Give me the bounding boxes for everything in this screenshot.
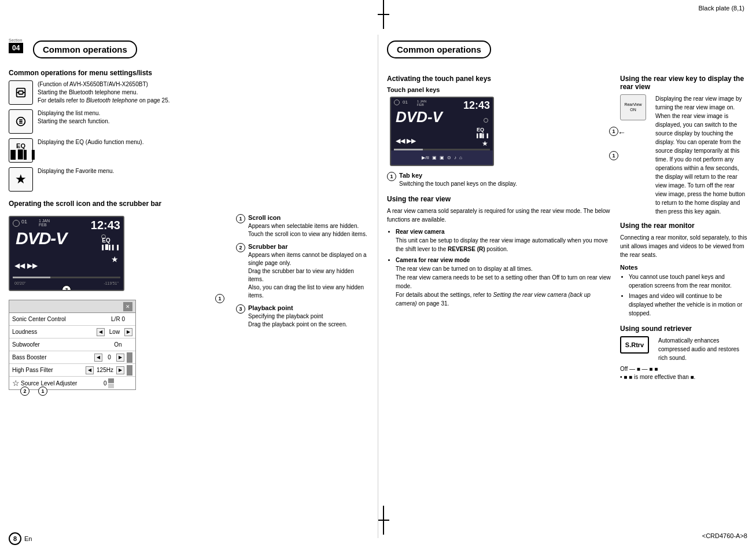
hpf-left-btn[interactable]: ◀ xyxy=(86,366,94,374)
circle-3: 3 xyxy=(236,304,245,314)
s-rtrv-box: S.Rtrv xyxy=(620,336,649,354)
item-1-title: Scroll icon xyxy=(248,214,369,221)
section-number: 04 xyxy=(9,43,23,53)
notes-section: Notes You cannot use touch panel keys an… xyxy=(620,264,747,318)
sound-retriever-text: Automatically enhances compressed audio … xyxy=(658,336,747,362)
circle-1: 1 xyxy=(236,214,245,223)
bluetooth-text: (Function of AVH-X5650BT/AVH-X2650BT) St… xyxy=(38,80,369,105)
settings-list-container: ✕ Sonic Center Control L/R 0 Loudness ◀ … xyxy=(9,300,230,390)
star-text: Displaying the Favorite menu. xyxy=(38,167,369,175)
touch-panel-heading: Activating the touch panel keys xyxy=(387,75,611,83)
product-code: <CRD4760-A>8 xyxy=(702,532,747,545)
rear-view-bullets: Rear view camera This unit can be setup … xyxy=(387,227,611,308)
circle-2: 2 xyxy=(236,243,245,252)
sound-retriever-heading: Using sound retriever xyxy=(620,325,747,333)
rear-monitor-text: Connecting a rear monitor, sold separate… xyxy=(620,233,747,259)
icon-row-bluetooth: (Function of AVH-X5650BT/AVH-X2650BT) St… xyxy=(9,80,369,105)
hpf-right-btn[interactable]: ▶ xyxy=(116,366,124,374)
page-lang: En xyxy=(24,535,32,542)
plate-text: Black plate (8,1) xyxy=(699,5,744,12)
settings-list: ✕ Sonic Center Control L/R 0 Loudness ◀ … xyxy=(9,300,136,390)
tab-key-circle: 1 xyxy=(387,172,396,181)
indicator-1-left: 1 xyxy=(38,387,47,396)
rear-monitor-heading: Using the rear monitor xyxy=(620,222,747,230)
sound-retriever-row: S.Rtrv Automatically enhances compressed… xyxy=(620,336,747,362)
item-2-title: Scrubber bar xyxy=(248,243,369,250)
tab-key-desc: Switching the touch panel keys on the di… xyxy=(399,180,611,188)
numbered-item-2: 2 Scrubber bar Appears when items cannot… xyxy=(236,243,369,300)
note-2: Images and video will continue to be dis… xyxy=(629,292,747,318)
bluetooth-icon xyxy=(9,80,33,105)
loudness-right-btn[interactable]: ▶ xyxy=(124,328,132,336)
touch-indicator-1-bottom: 1 xyxy=(609,151,618,160)
eq-text: Displaying the EQ (Audio function menu). xyxy=(38,138,369,146)
item-3-title: Playback point xyxy=(248,304,369,311)
eq-icon: EQ ▐▌▊▌▐ xyxy=(9,138,33,163)
icon-row-star: ★ Displaying the Favorite menu. xyxy=(9,167,369,192)
touch-indicator-1-top: 1 xyxy=(609,127,618,136)
page-footer: 8 En <CRD4760-A>8 xyxy=(0,532,756,545)
indicator-1-top: 1 xyxy=(215,294,224,303)
icon-row-eq: EQ ▐▌▊▌▐ Displaying the EQ (Audio functi… xyxy=(9,138,369,163)
item-3-desc: Specifying the playback pointDrag the pl… xyxy=(248,312,369,329)
touch-panel-sub: Touch panel keys xyxy=(387,86,611,93)
crosshair-top xyxy=(378,0,389,29)
rear-view-button[interactable]: RearViewON xyxy=(620,94,646,120)
sub-heading-2: Operating the scroll icon and the scrubb… xyxy=(9,200,369,208)
left-column: Section 04 Common operations Common oper… xyxy=(0,35,378,550)
right-section-title: Common operations xyxy=(397,45,481,54)
section-tiny-label: Section xyxy=(9,38,23,42)
svg-rect-1 xyxy=(19,91,23,94)
rear-view-key-text: Displaying the rear view image by turnin… xyxy=(655,94,747,216)
loudness-left-btn[interactable]: ◀ xyxy=(97,328,105,336)
tab-key-title: Tab key xyxy=(399,172,611,179)
rear-view-heading: Using the rear view xyxy=(387,195,611,203)
indicator-2: 2 xyxy=(20,387,29,396)
numbered-item-1: 1 Scroll icon Appears when selectable it… xyxy=(236,214,369,238)
bass-left-btn[interactable]: ◀ xyxy=(94,354,102,362)
notes-title: Notes xyxy=(620,264,747,271)
page-number: 8 xyxy=(9,532,21,545)
list-icon xyxy=(9,109,33,134)
off-line: Off — ■ — ■ ■ xyxy=(620,366,747,372)
star-icon: ★ xyxy=(9,167,33,192)
right-column: Common operations Activating the touch p… xyxy=(378,35,756,550)
rear-view-intro: A rear view camera sold separately is re… xyxy=(387,207,611,224)
bass-right-btn[interactable]: ▶ xyxy=(116,354,124,362)
note-1: You cannot use touch panel keys and oper… xyxy=(629,273,747,290)
list-text: Displaying the list menu. Starting the s… xyxy=(38,109,369,126)
rear-view-key-heading: Using the rear view key to display the r… xyxy=(620,75,747,91)
item-2-desc: Appears when items cannot be displayed o… xyxy=(248,251,369,300)
left-section-title: Common operations xyxy=(43,45,127,54)
dvd-screen-left: 01 1 JANFEB 12:43 DVD-V ◀◀▶▶ EQ▌▊▌▌▐ ★ 0… xyxy=(9,216,124,291)
icon-row-list: Displaying the list menu. Starting the s… xyxy=(9,109,369,134)
tab-key-item: 1 Tab key Switching the touch panel keys… xyxy=(387,172,611,188)
more-line: • ■ ■ is more effective than ■. xyxy=(620,374,747,380)
sub-heading-1: Common operations for menu settings/list… xyxy=(9,69,369,77)
arrow-right: ← xyxy=(618,128,626,137)
notes-list: You cannot use touch panel keys and oper… xyxy=(620,273,747,318)
item-1-desc: Appears when selectable items are hidden… xyxy=(248,222,369,238)
numbered-item-3: 3 Playback point Specifying the playback… xyxy=(236,304,369,329)
dvd-screen-right: 01 1 JANFEB 12:43 DVD-V ◀◀▶▶ EQ▌▊▌▐ ★ xyxy=(390,97,494,166)
